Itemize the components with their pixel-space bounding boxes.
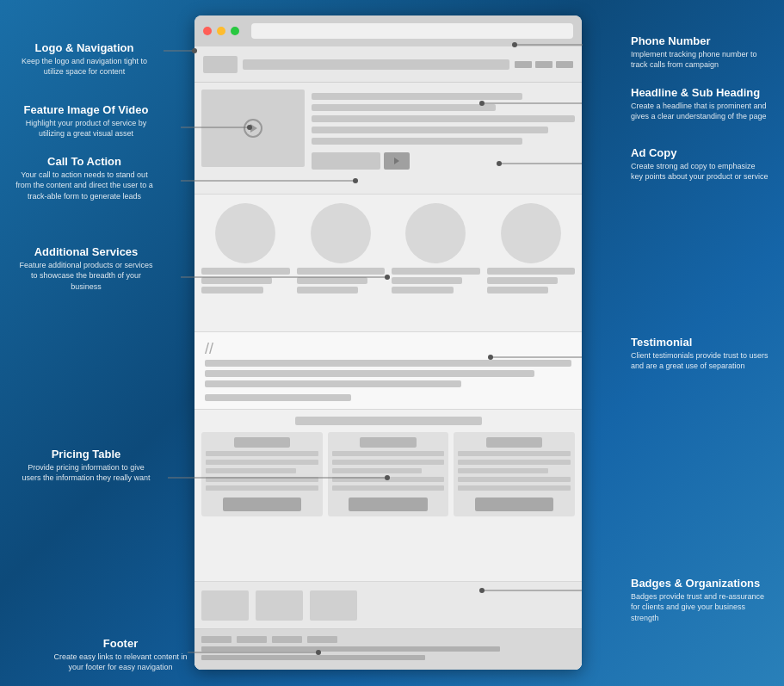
hero-text-area [312, 90, 575, 187]
price-feature [458, 460, 571, 465]
price-cta-1[interactable] [223, 498, 301, 511]
testimonial-line-2 [205, 370, 534, 377]
price-feature [206, 477, 318, 482]
annotation-additional-services: Additional Services Feature additional p… [17, 245, 155, 293]
footer-link [201, 636, 231, 643]
pricing-header [295, 417, 482, 425]
nav-link-item [535, 61, 553, 68]
badge-1 [201, 590, 249, 621]
feature-video-placeholder [201, 90, 305, 167]
footer-text-line [201, 655, 425, 660]
service-lines-3 [392, 268, 480, 294]
service-circle-2 [311, 203, 371, 263]
subheadline-line-1 [312, 115, 575, 122]
annotation-cta: Call To Action Your call to action needs… [15, 155, 153, 202]
pricing-col-1 [201, 432, 323, 516]
service-text-line [392, 277, 462, 284]
price-tag-2 [360, 437, 416, 448]
minimize-button-dot[interactable] [217, 27, 225, 35]
browser-content: // [194, 46, 582, 670]
price-feature [458, 451, 571, 456]
price-tag-1 [234, 437, 290, 448]
subheadline-line-2 [312, 127, 548, 133]
service-text-line [201, 277, 272, 284]
hero-section [194, 83, 582, 195]
annotation-feature-image: Feature Image Of Video Highlight your pr… [17, 103, 155, 139]
service-text-line [297, 268, 386, 275]
service-text-line [392, 268, 480, 275]
price-feature [206, 468, 296, 473]
close-button-dot[interactable] [203, 27, 212, 35]
badges-section [194, 582, 582, 629]
testimonial-line-3 [205, 380, 461, 387]
play-button[interactable] [244, 119, 262, 138]
headline-line-1 [312, 93, 522, 100]
service-text-line [487, 268, 576, 275]
annotation-phone: Phone Number Implement tracking phone nu… [631, 34, 769, 71]
nav-links [515, 61, 573, 68]
nav-section [194, 46, 582, 83]
service-item-1 [201, 203, 290, 294]
cta-input-placeholder[interactable] [312, 152, 380, 170]
annotation-adcopy: Ad Copy Create strong ad copy to emphasi… [631, 146, 769, 182]
service-text-line [297, 277, 367, 284]
service-item-4 [487, 203, 576, 294]
quote-marks: // [205, 341, 571, 356]
pricing-col-2 [328, 432, 449, 516]
headline-line-2 [312, 104, 496, 111]
testimonial-line-1 [205, 360, 571, 367]
cta-submit-button[interactable] [384, 152, 410, 170]
cta-area [312, 152, 575, 170]
service-text-line [487, 277, 558, 284]
footer-text-line [201, 646, 500, 652]
maximize-button-dot[interactable] [231, 27, 239, 35]
price-feature [332, 485, 445, 491]
service-lines-2 [297, 268, 386, 294]
price-feature [458, 485, 571, 491]
services-circles [201, 203, 575, 294]
service-circle-4 [501, 203, 561, 263]
price-feature [206, 460, 318, 465]
footer-section [194, 629, 582, 670]
browser-chrome [194, 15, 582, 46]
annotation-pricing: Pricing Table Provide pricing informatio… [17, 448, 155, 484]
price-tag-3 [486, 437, 542, 448]
service-lines-1 [201, 268, 290, 294]
services-section [194, 195, 582, 332]
service-item-2 [297, 203, 386, 294]
service-circle-3 [405, 203, 466, 263]
footer-link [272, 636, 302, 643]
price-feature [332, 451, 445, 456]
nav-logo-placeholder [203, 56, 238, 73]
footer-text [201, 646, 575, 660]
price-feature [332, 477, 445, 482]
testimonial-lines [205, 360, 571, 401]
price-feature [206, 451, 318, 456]
adcopy-line-1 [312, 138, 522, 145]
price-cta-2[interactable] [349, 498, 427, 511]
nav-bar-placeholder [243, 59, 509, 70]
price-feature [206, 485, 318, 491]
nav-link-item [515, 61, 532, 68]
price-feature [332, 468, 423, 473]
play-icon [250, 124, 257, 133]
service-text-line [487, 287, 549, 294]
service-text-line [297, 287, 359, 294]
arrow-icon [394, 158, 399, 164]
service-item-3 [392, 203, 480, 294]
annotation-headline: Headline & Sub Heading Create a headline… [631, 86, 769, 122]
pricing-col-3 [454, 432, 575, 516]
service-text-line [201, 268, 290, 275]
annotation-footer: Footer Create easy links to relevant con… [52, 637, 189, 673]
service-text-line [201, 287, 263, 294]
nav-link-item [556, 61, 573, 68]
testimonial-author [205, 394, 351, 401]
price-feature [332, 460, 445, 465]
address-bar[interactable] [251, 23, 573, 39]
annotation-badges: Badges & Organizations Badges provide tr… [631, 577, 769, 624]
price-cta-3[interactable] [475, 498, 553, 511]
footer-link [307, 636, 337, 643]
badge-2 [256, 590, 303, 621]
pricing-section [194, 410, 582, 582]
service-circle-1 [215, 203, 275, 263]
